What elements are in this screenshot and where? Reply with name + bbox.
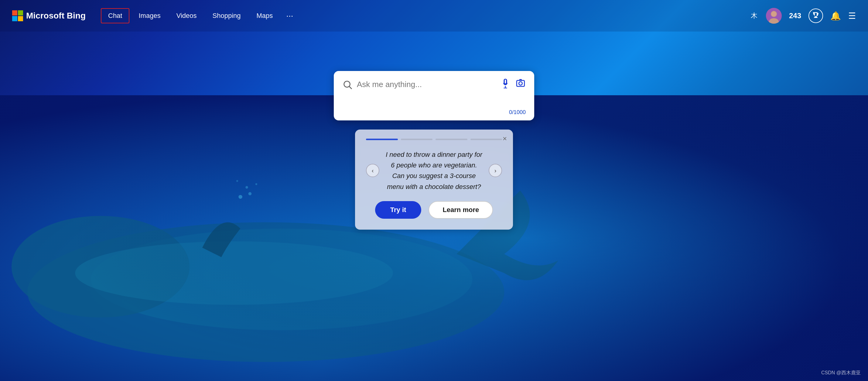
- svg-rect-17: [505, 86, 506, 88]
- svg-point-15: [344, 81, 350, 88]
- nav-videos[interactable]: Videos: [170, 9, 204, 23]
- main-content: 0/1000 × ‹ I need to throw a dinner part…: [0, 32, 868, 381]
- trophy-icon[interactable]: [808, 8, 823, 23]
- suggestion-buttons: Try it Learn more: [366, 201, 502, 219]
- score-badge: 243: [789, 11, 801, 20]
- progress-bar-4: [470, 139, 502, 140]
- prev-arrow-button[interactable]: ‹: [366, 164, 379, 177]
- watermark: CSDN @西木鹿亚: [821, 370, 861, 376]
- progress-bar-2: [401, 139, 433, 140]
- bell-icon[interactable]: 🔔: [830, 11, 841, 21]
- search-row: [342, 78, 526, 91]
- progress-bar-1: [366, 139, 398, 140]
- learn-more-button[interactable]: Learn more: [429, 201, 493, 219]
- progress-bars: [366, 139, 502, 140]
- menu-icon[interactable]: ☰: [848, 11, 856, 21]
- logo-text: Microsoft Bing: [26, 11, 86, 21]
- nav-items: Chat Images Videos Shopping Maps ···: [101, 8, 751, 24]
- user-avatar[interactable]: [766, 8, 782, 24]
- search-actions: [500, 78, 526, 90]
- ms-logo-icon: [12, 10, 23, 21]
- nav-chat[interactable]: Chat: [101, 8, 129, 23]
- search-char-count: 0/1000: [342, 109, 526, 115]
- svg-point-20: [519, 81, 522, 85]
- progress-bar-3: [436, 139, 467, 140]
- nav-right: 木 243 🔔 ☰: [751, 8, 856, 24]
- svg-rect-18: [503, 88, 507, 88]
- search-input[interactable]: [357, 78, 496, 91]
- nav-maps[interactable]: Maps: [250, 9, 280, 23]
- try-it-button[interactable]: Try it: [375, 201, 422, 219]
- suggestion-card: × ‹ I need to throw a dinner party for 6…: [355, 130, 513, 230]
- suggestion-nav: ‹ I need to throw a dinner party for 6 p…: [366, 149, 502, 192]
- search-container: 0/1000: [334, 71, 534, 120]
- camera-icon[interactable]: [516, 78, 526, 90]
- next-arrow-button[interactable]: ›: [489, 164, 502, 177]
- nav-shopping[interactable]: Shopping: [206, 9, 248, 23]
- suggestion-text: I need to throw a dinner party for 6 peo…: [384, 149, 484, 192]
- close-button[interactable]: ×: [503, 135, 507, 142]
- microphone-icon[interactable]: [500, 78, 510, 90]
- search-icon: [342, 79, 352, 91]
- nav-images[interactable]: Images: [132, 9, 167, 23]
- avatar-image: [766, 8, 782, 24]
- navbar: Microsoft Bing Chat Images Videos Shoppi…: [0, 0, 868, 32]
- logo[interactable]: Microsoft Bing: [12, 10, 86, 21]
- nav-more-button[interactable]: ···: [282, 8, 297, 24]
- svg-line-16: [349, 86, 352, 89]
- svg-point-14: [771, 11, 776, 16]
- user-char-text: 木: [751, 11, 757, 20]
